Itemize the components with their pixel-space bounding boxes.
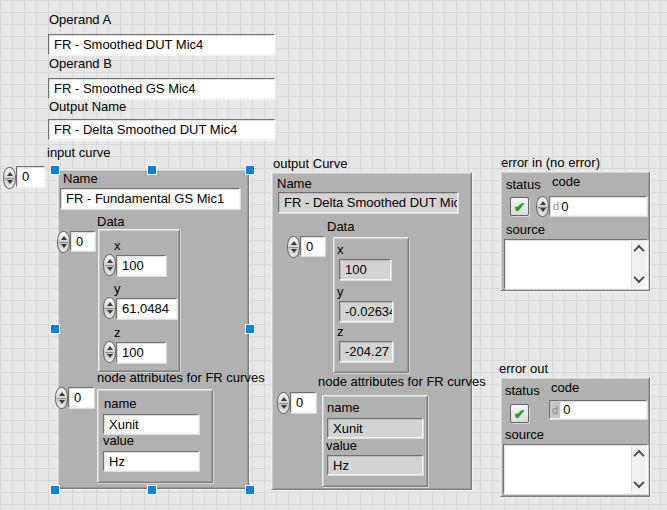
error-in-source-input[interactable] — [504, 239, 648, 289]
error-out-source-label: source — [505, 428, 544, 442]
output-attr-name-indicator: Xunit — [327, 418, 423, 438]
chevron-up-icon — [633, 245, 644, 256]
output-name-indicator: FR - Delta Smoothed DUT Mic4 — [278, 192, 458, 213]
output-attr-name-label: name — [327, 401, 360, 415]
decrement-icon — [61, 244, 67, 248]
selection-handle[interactable] — [148, 166, 156, 174]
output-attr-value-label: value — [326, 439, 357, 453]
increment-icon — [107, 346, 113, 350]
scroll-down-button[interactable] — [632, 477, 645, 491]
output-node-attributes-label: node attributes for FR curves — [318, 375, 486, 389]
output-y-label: y — [337, 285, 344, 299]
error-out-code-indicator: d 0 — [549, 400, 647, 419]
error-in-code-spinner[interactable] — [536, 196, 549, 217]
error-out-status-label: status — [505, 384, 540, 398]
decrement-icon — [107, 354, 113, 358]
output-x-indicator: 100 — [339, 259, 391, 280]
output-node-attributes-index-input[interactable]: 0 — [290, 392, 316, 413]
operand-a-input[interactable]: FR - Smoothed DUT Mic4 — [48, 34, 275, 55]
output-name-input[interactable]: FR - Delta Smoothed DUT Mic4 — [48, 119, 275, 140]
decrement-icon — [540, 208, 546, 212]
radix-indicator: d — [550, 401, 560, 418]
scroll-up-button[interactable] — [632, 447, 645, 461]
checkmark-icon: ✔ — [514, 407, 526, 421]
operand-b-input[interactable]: FR - Smoothed GS Mic4 — [48, 78, 275, 99]
error-in-code-value: 0 — [561, 199, 568, 214]
input-curve-index-input[interactable]: 0 — [16, 166, 45, 187]
scroll-down-button[interactable] — [632, 272, 645, 286]
selection-handle[interactable] — [51, 486, 59, 494]
input-node-attributes-index-input[interactable]: 0 — [68, 387, 94, 408]
input-z-label: z — [114, 326, 121, 340]
operand-a-label: Operand A — [49, 13, 111, 27]
decrement-icon — [7, 180, 13, 184]
radix-indicator: d — [553, 200, 559, 212]
decrement-icon — [281, 405, 287, 409]
input-attr-name-input[interactable]: Xunit — [103, 414, 199, 434]
input-x-spinner[interactable] — [103, 254, 116, 276]
decrement-icon — [59, 400, 65, 404]
input-x-label: x — [114, 239, 121, 253]
labview-front-panel: Operand A FR - Smoothed DUT Mic4 Operand… — [0, 0, 667, 510]
chevron-up-icon — [633, 450, 644, 461]
input-curve-label: input curve — [47, 146, 111, 160]
input-data-index-input[interactable]: 0 — [70, 231, 95, 251]
error-in-source-label: source — [506, 223, 545, 237]
output-node-attributes-index-spinner[interactable] — [277, 392, 290, 414]
increment-icon — [540, 201, 546, 205]
output-x-label: x — [337, 243, 344, 257]
error-out-label: error out — [499, 362, 548, 376]
input-curve-index-spinner[interactable] — [3, 167, 16, 189]
input-data-index-spinner[interactable] — [57, 231, 70, 253]
increment-icon — [61, 236, 67, 240]
input-name-input[interactable]: FR - Fundamental GS Mic1 — [60, 188, 240, 209]
scrollbar[interactable] — [631, 446, 646, 492]
chevron-down-icon — [633, 477, 644, 488]
error-in-status-button[interactable]: ✔ — [510, 197, 529, 216]
increment-icon — [107, 302, 113, 306]
increment-icon — [107, 259, 113, 263]
input-data-label: Data — [97, 215, 124, 229]
input-node-attributes-label: node attributes for FR curves — [97, 371, 265, 385]
input-name-label: Name — [63, 172, 98, 186]
error-out-code-label: code — [551, 381, 579, 395]
output-curve-label: output Curve — [273, 157, 347, 171]
input-x-input[interactable]: 100 — [116, 255, 166, 276]
checkmark-icon: ✔ — [514, 200, 526, 214]
output-data-label: Data — [327, 220, 354, 234]
error-out-source-indicator — [503, 444, 648, 494]
operand-b-label: Operand B — [49, 57, 112, 71]
error-in-code-label: code — [552, 175, 580, 189]
input-y-spinner[interactable] — [103, 297, 116, 319]
increment-icon — [7, 172, 13, 176]
scrollbar[interactable] — [631, 241, 646, 287]
input-z-spinner[interactable] — [103, 341, 116, 363]
input-z-input[interactable]: 100 — [116, 342, 166, 363]
increment-icon — [281, 397, 287, 401]
selection-handle[interactable] — [246, 166, 254, 174]
selection-handle[interactable] — [246, 325, 254, 333]
selection-handle[interactable] — [148, 486, 156, 494]
increment-icon — [291, 241, 297, 245]
output-data-index-input[interactable]: 0 — [300, 236, 325, 256]
input-node-attributes-index-spinner[interactable] — [55, 387, 68, 409]
error-out-status-indicator: ✔ — [510, 404, 529, 423]
error-in-status-label: status — [506, 178, 541, 192]
error-out-code-value: 0 — [563, 402, 570, 417]
selection-handle[interactable] — [51, 166, 59, 174]
selection-handle[interactable] — [246, 486, 254, 494]
input-attr-name-label: name — [104, 397, 137, 411]
selection-handle[interactable] — [51, 325, 59, 333]
input-y-label: y — [114, 282, 121, 296]
increment-icon — [59, 392, 65, 396]
scroll-up-button[interactable] — [632, 242, 645, 256]
decrement-icon — [291, 249, 297, 253]
input-y-input[interactable]: 61.0484 — [116, 298, 177, 319]
output-y-indicator: -0.02634 — [339, 301, 393, 322]
input-attr-value-input[interactable]: Hz — [103, 451, 199, 471]
output-data-index-spinner[interactable] — [287, 236, 300, 258]
error-in-label: error in (no error) — [501, 156, 600, 170]
decrement-icon — [107, 267, 113, 271]
output-name-label: Output Name — [49, 100, 126, 114]
error-in-code-input[interactable]: d 0 — [549, 196, 647, 216]
